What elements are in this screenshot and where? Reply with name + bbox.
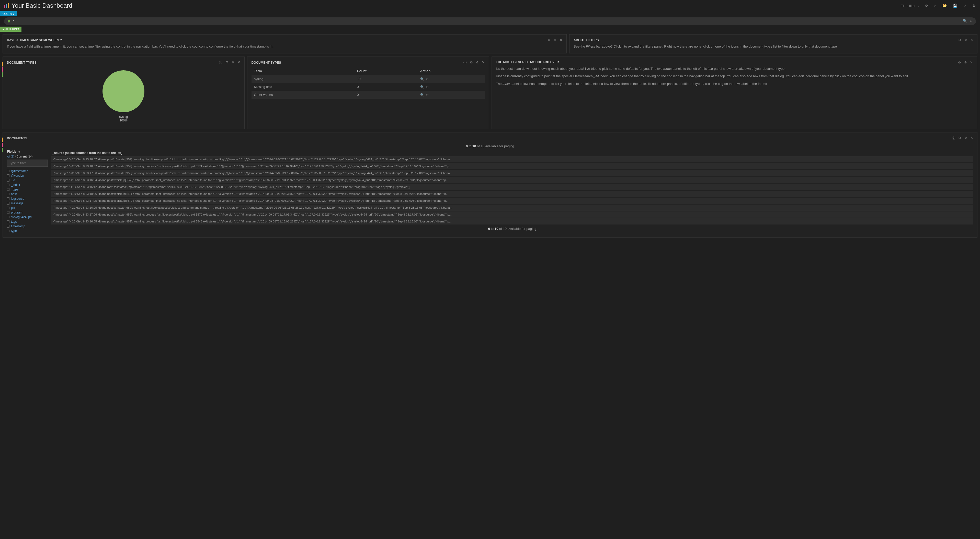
field-item[interactable]: host: [7, 192, 48, 196]
info-icon[interactable]: ⓘ: [952, 136, 955, 140]
document-row[interactable]: {"message":"<20>Sep 8 23:18:07 kibana po…: [51, 156, 973, 163]
text: It's the best I can do without knowing m…: [496, 67, 663, 70]
info-icon[interactable]: ⓘ: [463, 61, 467, 65]
field-name: program: [11, 211, 22, 214]
ban-icon[interactable]: ⊘: [426, 93, 429, 97]
move-icon[interactable]: ✥: [964, 61, 967, 64]
checkbox-icon[interactable]: [7, 216, 10, 218]
field-item[interactable]: tags: [7, 219, 48, 224]
checkbox-icon[interactable]: [7, 211, 10, 214]
field-item[interactable]: _id: [7, 178, 48, 183]
checkbox-icon[interactable]: [7, 198, 10, 200]
field-item[interactable]: syslog5424_pri: [7, 215, 48, 219]
document-row[interactable]: {"message":"<18>Sep 8 23:16:04 kibana po…: [51, 177, 973, 183]
field-name: @timestamp: [11, 169, 29, 173]
folder-open-icon[interactable]: 📂: [942, 3, 947, 8]
document-row[interactable]: {"message":"<20>Sep 8 23:17:06 kibana po…: [51, 170, 973, 176]
search-bar: 🔍 ＋: [4, 18, 976, 25]
document-row[interactable]: {"message":"<20>Sep 8 23:18:07 kibana po…: [51, 163, 973, 169]
info-icon[interactable]: ⓘ: [219, 61, 223, 65]
refresh-icon[interactable]: ⟳: [925, 3, 928, 8]
field-item[interactable]: _index: [7, 183, 48, 187]
document-row[interactable]: {"message":"<20>Sep 8 23:16:05 kibana po…: [51, 218, 973, 225]
svg-point-0: [102, 70, 145, 112]
field-item[interactable]: program: [7, 210, 48, 215]
gear-icon[interactable]: ⚙: [973, 3, 976, 8]
checkbox-icon[interactable]: [7, 188, 10, 191]
home-icon[interactable]: ⌂: [934, 3, 936, 8]
gear-icon[interactable]: ⚙: [547, 38, 550, 42]
ban-icon[interactable]: ⊘: [426, 77, 429, 81]
all-fields-link[interactable]: All (1): [7, 155, 14, 158]
document-row[interactable]: {"message":"<13>Sep 8 23:16:12 kibana ro…: [51, 184, 973, 190]
panel-about-filters: ABOUT FILTERS ⚙ ✥ ✕ See the Filters bar …: [569, 34, 977, 53]
panel-body-text: See the Filters bar above? Click it to e…: [574, 44, 973, 49]
close-icon[interactable]: ✕: [970, 38, 973, 42]
checkbox-icon[interactable]: [7, 193, 10, 195]
field-item[interactable]: logsource: [7, 196, 48, 201]
gear-icon[interactable]: ⚙: [958, 38, 961, 42]
close-icon[interactable]: ✕: [237, 61, 240, 65]
checkbox-icon[interactable]: [7, 170, 10, 172]
field-name: timestamp: [11, 225, 25, 228]
checkbox-icon[interactable]: [7, 207, 10, 209]
checkbox-icon[interactable]: [7, 183, 10, 186]
share-icon[interactable]: ↗: [963, 3, 966, 8]
field-item[interactable]: message: [7, 201, 48, 206]
paging-info-bottom: 0 to 10 of 10 available for paging: [51, 225, 973, 232]
field-item[interactable]: pid: [7, 206, 48, 210]
field-item[interactable]: _type: [7, 187, 48, 192]
document-row[interactable]: {"message":"<20>Sep 8 23:17:06 kibana po…: [51, 212, 973, 218]
close-icon[interactable]: ✕: [560, 38, 562, 42]
add-query-icon[interactable]: ＋: [969, 19, 972, 24]
text: The: [496, 82, 503, 86]
move-icon[interactable]: ✥: [476, 61, 479, 65]
close-icon[interactable]: ✕: [970, 61, 973, 64]
document-row[interactable]: {"message":"<18>Sep 8 23:17:05 kibana po…: [51, 198, 973, 204]
time-filter-label: Time filter: [901, 4, 916, 8]
ban-icon[interactable]: ⊘: [426, 85, 429, 89]
field-item[interactable]: type: [7, 229, 48, 233]
checkbox-icon[interactable]: [7, 174, 10, 177]
move-icon[interactable]: ✥: [964, 38, 967, 42]
close-icon[interactable]: ✕: [482, 61, 485, 65]
count-cell: 0: [354, 83, 417, 91]
move-icon[interactable]: ✥: [964, 136, 967, 140]
search-icon[interactable]: 🔍: [420, 85, 424, 89]
gear-icon[interactable]: ⚙: [470, 61, 473, 65]
text: Kibana is currently configured to point …: [496, 74, 593, 78]
emphasis: _all: [593, 74, 599, 78]
checkbox-icon[interactable]: [7, 202, 10, 204]
search-icon[interactable]: 🔍: [420, 93, 424, 97]
checkbox-icon[interactable]: [7, 179, 10, 182]
text: index. You can change that by clicking o…: [599, 74, 908, 78]
field-name: logsource: [11, 197, 24, 201]
field-item[interactable]: @version: [7, 173, 48, 178]
search-icon[interactable]: 🔍: [963, 19, 967, 24]
time-filter-dropdown[interactable]: Time filter: [901, 4, 919, 8]
checkbox-icon[interactable]: [7, 220, 10, 223]
save-icon[interactable]: 💾: [953, 3, 957, 8]
pie-chart[interactable]: syslog 100%: [102, 70, 145, 122]
checkbox-icon[interactable]: [7, 230, 10, 232]
gear-icon[interactable]: ⚙: [958, 136, 961, 140]
chevron-down-icon: [917, 4, 919, 8]
document-row[interactable]: {"message":"<20>Sep 8 23:16:05 kibana po…: [51, 204, 973, 211]
collapse-left-icon[interactable]: ◂: [18, 150, 20, 153]
query-input[interactable]: [13, 19, 963, 23]
checkbox-icon[interactable]: [7, 225, 10, 228]
table-row: Other values0🔍⊘: [251, 91, 485, 99]
query-toggle-badge[interactable]: QUERY: [0, 11, 17, 16]
document-row[interactable]: {"message":"<18>Sep 8 23:18:06 kibana po…: [51, 191, 973, 197]
search-icon[interactable]: 🔍: [420, 77, 424, 81]
field-filter-input[interactable]: [7, 159, 48, 167]
field-item[interactable]: @timestamp: [7, 169, 48, 173]
gear-icon[interactable]: ⚙: [958, 61, 961, 64]
field-item[interactable]: timestamp: [7, 224, 48, 229]
move-icon[interactable]: ✥: [232, 61, 234, 65]
move-icon[interactable]: ✥: [554, 38, 557, 42]
text: panels to the left of this: [672, 67, 708, 70]
filtering-toggle-badge[interactable]: FILTERING: [0, 27, 21, 32]
gear-icon[interactable]: ⚙: [226, 61, 229, 65]
close-icon[interactable]: ✕: [970, 136, 973, 140]
